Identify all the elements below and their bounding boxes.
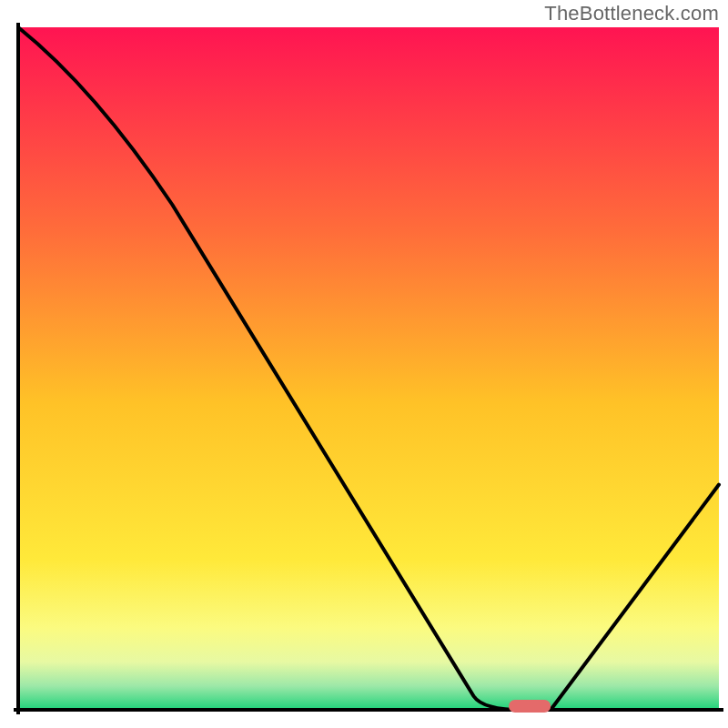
optimal-marker xyxy=(509,700,551,713)
watermark-text: TheBottleneck.com xyxy=(544,2,719,25)
chart-frame: TheBottleneck.com xyxy=(0,0,728,728)
bottleneck-chart xyxy=(0,0,728,728)
plot-background xyxy=(18,27,719,710)
